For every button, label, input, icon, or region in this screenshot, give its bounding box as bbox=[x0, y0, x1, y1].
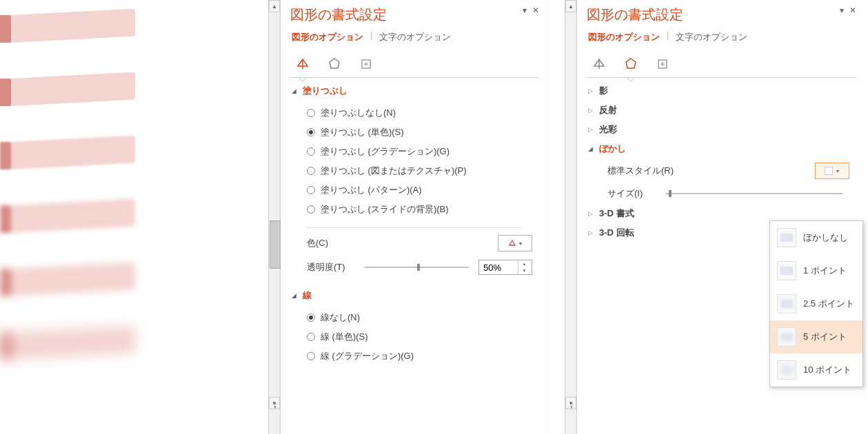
preset-label: 標準スタイル(R) bbox=[607, 165, 674, 177]
tab-text-options[interactable]: 文字のオプション bbox=[378, 30, 452, 49]
divider bbox=[307, 227, 523, 228]
radio-fill-none[interactable]: 塗りつぶしなし(N) bbox=[307, 103, 538, 123]
vertical-scrollbar[interactable]: ▲ ▼ ▲▼ bbox=[268, 0, 281, 434]
tab-divider: | bbox=[667, 30, 669, 49]
tab-shape-options[interactable]: 図形のオプション bbox=[587, 30, 661, 49]
section-fill-label: 塗りつぶし bbox=[303, 85, 347, 97]
section-line[interactable]: ◢線 bbox=[292, 286, 538, 305]
tab-shape-options[interactable]: 図形のオプション bbox=[290, 30, 365, 49]
transparency-label: 透明度(T) bbox=[307, 261, 355, 273]
panel-menu-icon[interactable]: ▾ bbox=[840, 6, 844, 15]
panel-menu-icon[interactable]: ▾ bbox=[523, 6, 527, 15]
effects-icon[interactable] bbox=[621, 54, 640, 74]
section-shadow[interactable]: ▷影 bbox=[588, 81, 855, 101]
section-soft-edges[interactable]: ◢ぼかし bbox=[588, 139, 855, 158]
format-shape-panel-effects: ▲ ▼ ▲▼ 図形の書式設定 ▾ ✕ 図形のオプション | 文字のオプション ▷… bbox=[576, 0, 866, 434]
size-properties-icon[interactable] bbox=[653, 54, 672, 74]
size-properties-icon[interactable] bbox=[356, 54, 376, 74]
transparency-slider[interactable] bbox=[365, 267, 469, 268]
blur-option-5pt[interactable]: 5 ポイント bbox=[770, 320, 862, 353]
scroll-up-button[interactable]: ▲ bbox=[565, 0, 576, 12]
scroll-up-button[interactable]: ▲ bbox=[269, 0, 280, 12]
close-icon[interactable]: ✕ bbox=[849, 6, 856, 15]
radio-fill-gradient[interactable]: 塗りつぶし (グラデーション)(G) bbox=[307, 142, 538, 161]
size-slider[interactable] bbox=[665, 193, 842, 194]
panel-title: 図形の書式設定 bbox=[587, 6, 683, 24]
transparency-input[interactable] bbox=[479, 262, 518, 273]
radio-line-solid[interactable]: 線 (単色)(S) bbox=[307, 327, 538, 347]
section-reflection[interactable]: ▷反射 bbox=[588, 101, 855, 120]
preset-swatch-icon bbox=[825, 167, 833, 175]
transparency-spinner[interactable]: ▲▼ bbox=[478, 260, 532, 275]
spinner-down-icon[interactable]: ▼ bbox=[518, 267, 530, 274]
color-picker-button[interactable]: ▼ bbox=[498, 235, 532, 251]
panel-title: 図形の書式設定 bbox=[290, 6, 387, 24]
preset-dropdown-button[interactable]: ▼ bbox=[815, 163, 849, 179]
format-shape-panel-fill: ▲ ▼ ▲▼ 図形の書式設定 ▾ ✕ 図形のオプション | 文字のオプション ◢… bbox=[280, 0, 549, 434]
shapes-preview bbox=[0, 0, 262, 434]
section-glow[interactable]: ▷光彩 bbox=[588, 120, 855, 139]
spinner-up-icon[interactable]: ▲ bbox=[518, 260, 530, 267]
section-line-label: 線 bbox=[303, 289, 312, 302]
scroll-thumb[interactable] bbox=[270, 220, 281, 269]
tab-divider: | bbox=[370, 30, 372, 49]
tab-text-options[interactable]: 文字のオプション bbox=[674, 30, 749, 49]
scroll-split-icon[interactable]: ▲▼ bbox=[567, 401, 576, 406]
color-label: 色(C) bbox=[307, 237, 328, 249]
fill-line-icon[interactable] bbox=[589, 54, 609, 74]
blur-option-1pt[interactable]: 1 ポイント bbox=[770, 254, 862, 287]
radio-fill-slidebg[interactable]: 塗りつぶし (スライドの背景)(B) bbox=[307, 200, 538, 219]
blur-option-none[interactable]: ぼかしなし bbox=[770, 221, 862, 254]
radio-fill-solid[interactable]: 塗りつぶし (単色)(S) bbox=[307, 123, 538, 142]
radio-line-none[interactable]: 線なし(N) bbox=[307, 308, 538, 327]
blur-preset-menu: ぼかしなし 1 ポイント 2.5 ポイント 5 ポイント 10 ポイント bbox=[769, 220, 863, 387]
blur-option-10pt[interactable]: 10 ポイント bbox=[770, 353, 862, 386]
scroll-split-icon[interactable]: ▲▼ bbox=[270, 401, 280, 406]
radio-fill-pattern[interactable]: 塗りつぶし (パターン)(A) bbox=[307, 180, 538, 200]
size-label: サイズ(I) bbox=[607, 187, 656, 200]
close-icon[interactable]: ✕ bbox=[532, 6, 539, 15]
effects-icon[interactable] bbox=[325, 54, 344, 74]
section-fill[interactable]: ◢塗りつぶし bbox=[292, 81, 538, 101]
radio-fill-texture[interactable]: 塗りつぶし (図またはテクスチャ)(P) bbox=[307, 161, 538, 180]
radio-line-gradient[interactable]: 線 (グラデーション)(G) bbox=[307, 347, 538, 366]
vertical-scrollbar[interactable]: ▲ ▼ ▲▼ bbox=[565, 0, 577, 434]
fill-line-icon[interactable] bbox=[293, 54, 312, 74]
blur-option-25pt[interactable]: 2.5 ポイント bbox=[770, 287, 862, 320]
